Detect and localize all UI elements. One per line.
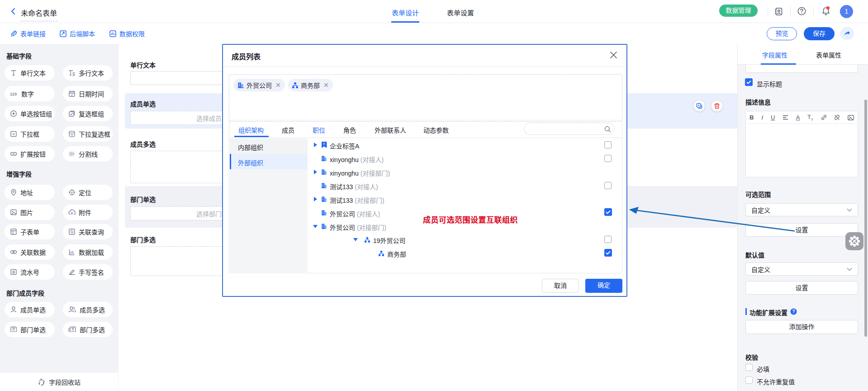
svg-text:123: 123 xyxy=(10,92,17,96)
svg-text:7: 7 xyxy=(71,93,73,96)
svg-text:?: ? xyxy=(792,309,795,314)
